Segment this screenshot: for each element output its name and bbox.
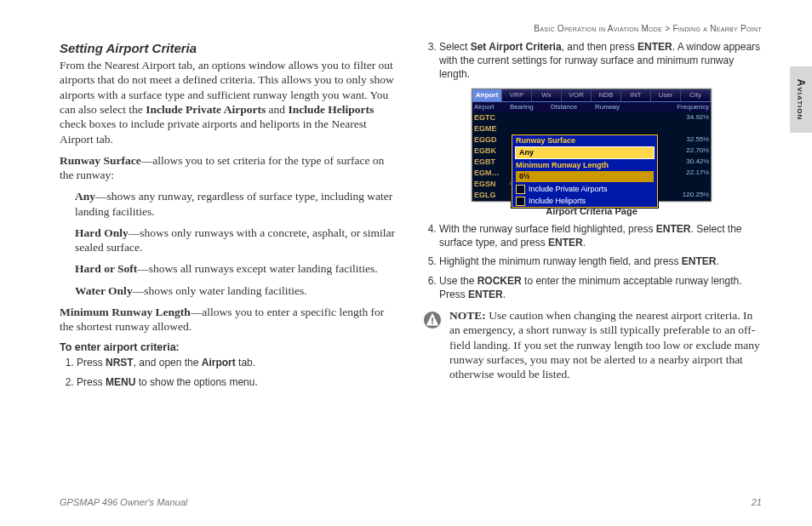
note-block: NOTE: Use caution when changing the near… — [422, 308, 761, 381]
device-row: EGME — [472, 123, 711, 134]
panel-label-min-length: Minimum Runway Length — [512, 160, 657, 171]
option-any: Any—shows any runway, regardless of surf… — [75, 189, 398, 219]
option-hard-or-soft: Hard or Soft—shows all runways except wa… — [75, 261, 398, 276]
device-tab: INT — [621, 89, 651, 101]
device-tab: VRP — [502, 89, 532, 101]
checkbox-icon — [516, 197, 525, 206]
page-content: Basic Operation in Aviation Mode > Findi… — [60, 24, 762, 396]
panel-field-min-length: 0½ — [516, 171, 654, 182]
panel-label-runway-surface: Runway Surface — [512, 135, 657, 146]
breadcrumb-left: Basic Operation in Aviation Mode — [534, 24, 662, 33]
warning-icon — [422, 310, 443, 330]
device-tab: Wx — [532, 89, 562, 101]
procedure-heading: To enter airport criteria: — [60, 340, 398, 354]
steps-4-6: With the runway surface field highlighte… — [422, 222, 761, 301]
step-3: Select Set Airport Criteria, and then pr… — [439, 40, 761, 82]
device-row: EGTC34.92½ — [472, 112, 711, 123]
breadcrumb: Basic Operation in Aviation Mode > Findi… — [60, 24, 762, 33]
step-5: Highlight the minimum runway length fiel… — [439, 254, 761, 268]
panel-check-private: Include Private Airports — [512, 184, 657, 196]
note-text: NOTE: Use caution when changing the near… — [449, 308, 761, 381]
footer-page-number: 21 — [752, 497, 762, 507]
device-tab: VOR — [562, 89, 592, 101]
device-tab: Airport — [472, 89, 502, 101]
step-4: With the runway surface field highlighte… — [439, 222, 761, 249]
device-tabs: Airport VRP Wx VOR NDB INT User City — [472, 89, 711, 102]
steps-1-2: Press NRST, and open the Airport tab. Pr… — [60, 356, 398, 388]
device-screenshot: Airport VRP Wx VOR NDB INT User City Air… — [472, 89, 712, 202]
option-hard-only: Hard Only—shows only runways with a conc… — [75, 226, 398, 255]
device-tab: NDB — [592, 89, 621, 101]
min-runway-length-para: Minimum Runway Length—allows you to ente… — [60, 305, 398, 334]
device-tab: City — [681, 89, 711, 101]
intro-paragraph: From the Nearest Airport tab, an options… — [60, 58, 398, 146]
steps-3: Select Set Airport Criteria, and then pr… — [422, 40, 761, 82]
device-column-headers: AirportBearingDistanceRunwayFrequency — [472, 102, 711, 112]
runway-surface-para: Runway Surface—allows you to set criteri… — [60, 153, 398, 183]
device-screenshot-wrap: Airport VRP Wx VOR NDB INT User City Air… — [422, 89, 761, 218]
step-6: Use the ROCKER to enter the minimum acce… — [439, 274, 761, 301]
checkbox-icon — [516, 185, 525, 194]
section-side-tab: Aviation — [790, 66, 812, 133]
step-2: Press MENU to show the options menu. — [77, 375, 398, 389]
breadcrumb-sep: > — [665, 24, 670, 33]
side-tab-label: Aviation — [795, 79, 807, 121]
breadcrumb-right: Finding a Nearby Point — [672, 24, 762, 33]
svg-rect-2 — [432, 323, 433, 324]
panel-field-runway-surface: Any — [516, 147, 654, 158]
device-tab: User — [651, 89, 681, 101]
step-1: Press NRST, and open the Airport tab. — [77, 356, 398, 369]
option-water-only: Water Only—shows only water landing faci… — [75, 283, 398, 298]
svg-rect-1 — [432, 317, 433, 322]
page-footer: GPSMAP 496 Owner's Manual 21 — [60, 497, 762, 507]
left-column: Setting Airport Criteria From the Neares… — [60, 40, 398, 396]
section-heading: Setting Airport Criteria — [60, 40, 398, 56]
panel-check-heliports: Include Heliports — [512, 196, 657, 208]
criteria-panel: Runway Surface Any Minimum Runway Length… — [512, 134, 658, 208]
footer-manual-title: GPSMAP 496 Owner's Manual — [60, 497, 187, 507]
right-column: Select Set Airport Criteria, and then pr… — [422, 40, 761, 396]
